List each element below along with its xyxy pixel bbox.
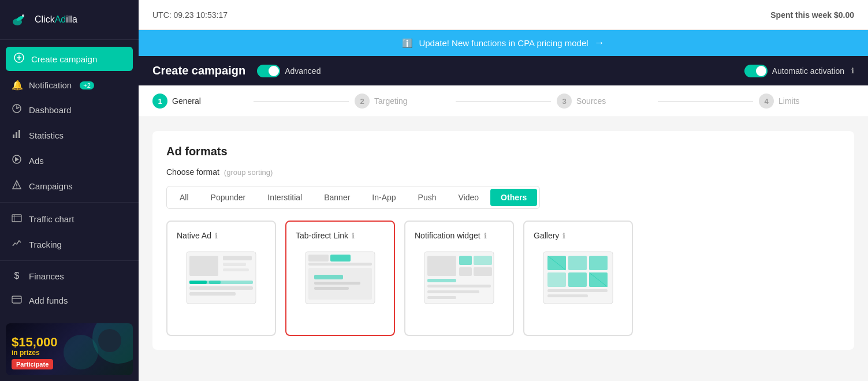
- add-funds-icon: [12, 294, 22, 307]
- tab-direct-link-header: Tab-direct Link ℹ: [296, 231, 385, 240]
- gallery-header: Gallery ℹ: [534, 231, 623, 240]
- svg-rect-53: [547, 289, 608, 292]
- step-limits: 4 Limits: [759, 94, 854, 109]
- sidebar-item-add-funds[interactable]: Add funds: [0, 287, 139, 313]
- step-general: 1 General: [152, 94, 248, 109]
- svg-rect-16: [12, 296, 21, 303]
- sidebar-item-dashboard[interactable]: Dashboard: [0, 97, 139, 122]
- campaign-header: Create campaign Advanced Automatic activ…: [139, 56, 868, 85]
- svg-rect-13: [12, 215, 21, 222]
- group-sorting-label: (group sorting): [224, 168, 273, 177]
- ad-formats-title: Ad formats: [166, 145, 840, 158]
- step-1-num: 1: [152, 94, 167, 109]
- native-ad-illustration: [181, 246, 262, 309]
- logo-icon: [12, 10, 30, 29]
- tab-banner[interactable]: Banner: [314, 189, 360, 206]
- format-tabs: All Popunder Interstitial Banner In-App …: [166, 186, 540, 209]
- sidebar-item-ads[interactable]: Ads: [0, 148, 139, 173]
- svg-rect-34: [314, 282, 360, 285]
- svg-rect-44: [427, 290, 479, 293]
- step-2-label: Targeting: [374, 96, 408, 106]
- svg-rect-37: [427, 256, 456, 276]
- utc-time: UTC: 09.23 10:53:17: [152, 10, 228, 20]
- sidebar-item-tracking[interactable]: Tracking: [0, 231, 139, 257]
- sidebar-item-ads-label: Ads: [29, 156, 44, 166]
- ads-icon: [12, 154, 22, 167]
- logo-text: ClickAdilla: [35, 14, 77, 25]
- svg-rect-48: [568, 256, 587, 270]
- sidebar-item-campaigns-label: Campaigns: [29, 181, 73, 191]
- info-banner[interactable]: ℹ️ Update! New functions in CPA pricing …: [139, 30, 868, 56]
- svg-rect-33: [314, 275, 343, 279]
- sidebar-item-campaigns[interactable]: Campaigns: [0, 173, 139, 199]
- svg-rect-42: [427, 279, 456, 282]
- step-sources: 3 Sources: [557, 94, 652, 109]
- steps-bar: 1 General 2 Targeting 3 Sources 4 Limits: [139, 85, 868, 117]
- tab-direct-link-illustration: [300, 246, 381, 309]
- traffic-chart-icon: [12, 212, 22, 225]
- tracking-icon: [12, 238, 22, 251]
- sidebar-item-statistics[interactable]: Statistics: [0, 122, 139, 148]
- ad-card-gallery[interactable]: Gallery ℹ: [523, 221, 633, 336]
- gallery-illustration: [538, 246, 619, 309]
- auto-activation-label: Automatic activation: [772, 66, 844, 76]
- bell-icon: 🔔: [12, 80, 22, 91]
- auto-activation-toggle[interactable]: [744, 65, 768, 77]
- gallery-info-icon[interactable]: ℹ: [562, 231, 565, 240]
- choose-format-row: Choose format (group sorting): [166, 167, 840, 177]
- svg-point-1: [22, 14, 24, 17]
- tab-interstitial[interactable]: Interstitial: [257, 189, 312, 206]
- tab-popunder[interactable]: Popunder: [200, 189, 256, 206]
- svg-rect-54: [547, 294, 588, 297]
- tab-all[interactable]: All: [169, 189, 199, 206]
- notification-widget-info-icon[interactable]: ℹ: [484, 231, 487, 240]
- svg-rect-26: [189, 281, 207, 284]
- sidebar-item-finances[interactable]: $ Finances: [0, 264, 139, 287]
- step-targeting: 2 Targeting: [355, 94, 450, 109]
- tab-inapp[interactable]: In-App: [362, 189, 406, 206]
- step-line-2-3: [456, 101, 551, 102]
- svg-rect-43: [427, 285, 491, 287]
- svg-rect-38: [459, 256, 472, 265]
- notification-widget-illustration: [419, 246, 500, 309]
- promo-banner[interactable]: $15,000 in prizes Participate: [6, 323, 133, 375]
- svg-rect-19: [189, 256, 218, 276]
- sidebar-item-create-campaign[interactable]: Create campaign: [6, 47, 133, 71]
- sidebar-item-notification-label: Notification: [29, 80, 72, 90]
- svg-rect-29: [308, 255, 329, 262]
- plus-circle-icon: [14, 53, 24, 65]
- promo-participate-button[interactable]: Participate: [12, 359, 53, 369]
- sidebar-item-statistics-label: Statistics: [29, 130, 64, 140]
- auto-activation-info-icon: ℹ: [851, 66, 854, 75]
- svg-rect-39: [474, 256, 492, 265]
- svg-rect-40: [459, 267, 472, 276]
- promo-sub: in prizes: [12, 349, 58, 357]
- step-4-num: 4: [759, 94, 774, 109]
- svg-point-12: [16, 186, 17, 188]
- tab-direct-link-info-icon[interactable]: ℹ: [352, 231, 355, 240]
- tab-others[interactable]: Others: [490, 189, 537, 206]
- sidebar-item-traffic-chart-label: Traffic chart: [29, 214, 74, 224]
- advanced-toggle[interactable]: [257, 65, 280, 77]
- svg-rect-22: [223, 268, 249, 271]
- tab-video[interactable]: Video: [448, 189, 490, 206]
- step-line-3-4: [658, 101, 753, 102]
- promo-amount: $15,000: [12, 336, 58, 349]
- auto-activation-wrap: Automatic activation ℹ: [744, 65, 854, 77]
- advanced-label: Advanced: [285, 66, 321, 76]
- step-3-label: Sources: [576, 96, 606, 106]
- sidebar: ClickAdilla Create campaign 🔔 Notificati…: [0, 0, 139, 381]
- tab-push[interactable]: Push: [408, 189, 447, 206]
- svg-rect-25: [189, 292, 236, 296]
- sidebar-item-notification[interactable]: 🔔 Notification +2: [0, 73, 139, 97]
- finances-icon: $: [12, 271, 22, 281]
- ad-card-native-ad[interactable]: Native Ad ℹ: [166, 221, 276, 336]
- svg-rect-51: [568, 272, 587, 287]
- svg-rect-41: [474, 267, 492, 276]
- ad-card-notification-widget[interactable]: Notification widget ℹ: [404, 221, 514, 336]
- ad-card-tab-direct-link[interactable]: Tab-direct Link ℹ: [285, 221, 395, 336]
- sidebar-item-traffic-chart[interactable]: Traffic chart: [0, 206, 139, 231]
- native-ad-info-icon[interactable]: ℹ: [215, 231, 218, 240]
- campaign-title: Create campaign: [152, 64, 245, 77]
- svg-rect-7: [16, 132, 17, 138]
